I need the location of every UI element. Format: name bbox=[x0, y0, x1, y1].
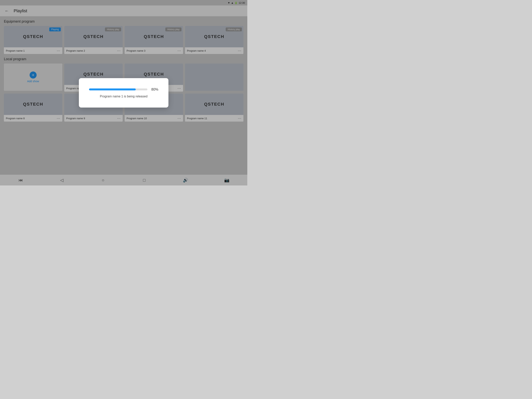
dialog-overlay: 80% Program name 1 is being released bbox=[0, 0, 247, 186]
progress-percent-label: 80% bbox=[150, 87, 158, 91]
progress-dialog: 80% Program name 1 is being released bbox=[79, 78, 168, 108]
dialog-message: Program name 1 is being released bbox=[100, 95, 148, 98]
progress-row: 80% bbox=[89, 87, 158, 91]
progress-bar-background bbox=[89, 89, 147, 90]
progress-bar-fill bbox=[89, 89, 136, 90]
